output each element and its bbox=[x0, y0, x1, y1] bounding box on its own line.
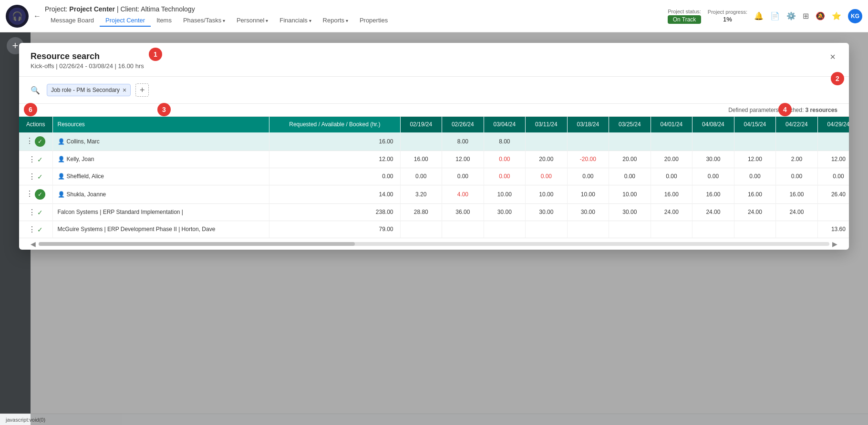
app-logo: 🎧 bbox=[6, 5, 29, 28]
project-progress-value: 1% bbox=[708, 16, 747, 23]
tab-reports[interactable]: Reports bbox=[317, 15, 354, 27]
project-progress-label: Project progress: bbox=[708, 9, 747, 15]
project-status-box: Project status: On Track bbox=[668, 9, 701, 24]
logo-icon: 🎧 bbox=[9, 8, 26, 25]
tab-items[interactable]: Items bbox=[151, 15, 177, 27]
star-icon[interactable]: ⭐ bbox=[832, 11, 841, 20]
project-progress-box: Project progress: 1% bbox=[708, 9, 747, 23]
top-nav: 🎧 ← Project: Project Center | Client: Al… bbox=[0, 0, 868, 32]
notifications-icon[interactable]: 🔔 bbox=[754, 11, 764, 20]
tab-properties[interactable]: Properties bbox=[354, 15, 393, 27]
client-label: Client: bbox=[120, 5, 139, 13]
settings-icon[interactable]: ⚙️ bbox=[786, 11, 796, 20]
tab-phases-tasks[interactable]: Phases/Tasks bbox=[177, 15, 231, 27]
client-name: Altima Technology bbox=[141, 5, 195, 13]
project-name: Project Center bbox=[69, 5, 115, 13]
bell-icon[interactable]: 🔕 bbox=[816, 11, 825, 20]
project-status-label: Project status: bbox=[668, 9, 701, 14]
project-title: Project: Project Center | Client: Altima… bbox=[45, 5, 658, 13]
project-status-badge: On Track bbox=[668, 15, 701, 24]
tab-financials[interactable]: Financials bbox=[274, 15, 317, 27]
nav-right: Project status: On Track Project progres… bbox=[668, 9, 862, 24]
nav-tabs: Message Board Project Center Items Phase… bbox=[45, 15, 658, 27]
back-button[interactable]: ← bbox=[33, 12, 41, 20]
document-icon[interactable]: 📄 bbox=[770, 11, 780, 20]
sliders-icon[interactable]: ⊞ bbox=[803, 11, 809, 20]
tab-project-center[interactable]: Project Center bbox=[100, 15, 151, 27]
avatar: KG bbox=[848, 9, 862, 23]
project-info: Project: Project Center | Client: Altima… bbox=[45, 5, 658, 27]
project-label: Project: bbox=[45, 5, 67, 13]
tab-personnel[interactable]: Personnel bbox=[231, 15, 274, 27]
tab-message-board[interactable]: Message Board bbox=[45, 15, 100, 27]
